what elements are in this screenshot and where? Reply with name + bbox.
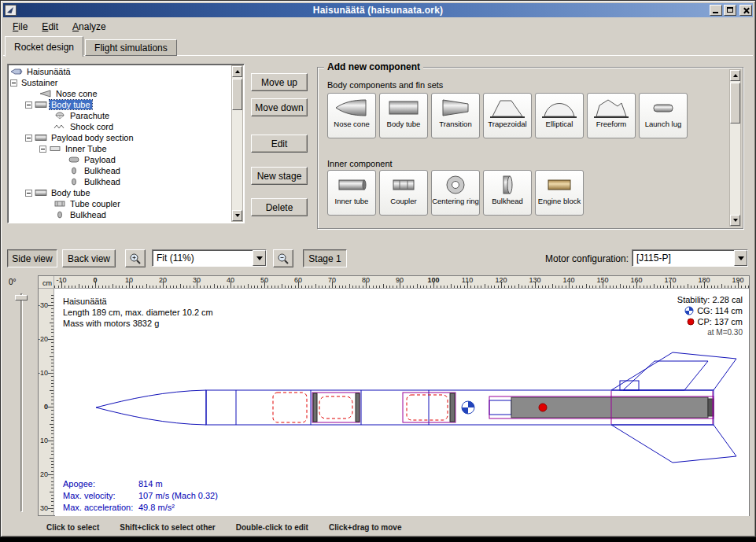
edit-button[interactable]: Edit [251,135,308,153]
tree-item-nose-cone[interactable]: Nose cone [8,88,244,99]
tree-item-bulkhead[interactable]: Bulkhead [8,165,244,176]
ruler-tick [51,319,53,319]
add-transition-button[interactable]: Transition [431,93,480,138]
ruler-tick [149,286,150,288]
ruler-tick [48,508,53,509]
rocket-icon [10,68,23,76]
delete-button[interactable]: Delete [251,198,308,216]
ruler-tick [741,286,742,288]
maximize-button[interactable] [724,5,736,16]
move-up-button[interactable]: Move up [251,73,308,91]
add-inner-tube-button[interactable]: Inner tube [327,170,376,216]
back-view-button[interactable]: Back view [62,249,116,267]
collapse-icon[interactable] [10,79,17,87]
menu-file[interactable]: File [6,20,35,34]
ruler-tick [474,286,475,288]
collapse-icon[interactable] [25,190,32,197]
bulkhead-icon [53,211,66,219]
side-view-button[interactable]: Side view [7,249,57,267]
cg-icon [684,306,694,315]
ruler-tick [234,286,234,288]
add-bulkhead-button[interactable]: Bulkhead [483,170,532,216]
add-freeform-fin-button[interactable]: Freeform [587,93,636,138]
parachute-icon [53,112,66,120]
collapse-icon[interactable] [25,101,32,109]
ruler-tick [454,286,455,288]
scrollbar-thumb[interactable] [730,83,740,124]
collapse-icon[interactable] [39,146,46,153]
add-body-tube-button[interactable]: Body tube [379,93,428,138]
tree-item-sustainer[interactable]: Sustainer [8,77,244,88]
ruler-tick [54,286,55,288]
add-nose-cone-button[interactable]: Nose cone [327,93,376,138]
body-tube-icon [35,189,47,197]
collapse-icon[interactable] [25,135,32,142]
zoom-out-button[interactable] [273,249,293,267]
add-coupler-button[interactable]: Coupler [379,170,428,216]
new-stage-button[interactable]: New stage [251,167,308,185]
add-engine-block-button[interactable]: Engine block [535,170,584,216]
zoom-in-button[interactable] [125,249,146,267]
ruler-tick [254,286,255,288]
hint-double-click: Double-click to edit [236,523,308,532]
ruler-tick [650,286,651,288]
tree-item-payload-body-section[interactable]: Payload body section [8,132,244,143]
tree-item-parachute[interactable]: Parachute [8,110,244,121]
scroll-down-button[interactable] [730,215,740,226]
tree-item-payload[interactable]: Payload [8,154,244,165]
ruler-tick [48,441,53,441]
tree-item-inner-tube[interactable]: Inner Tube [8,143,244,154]
add-centering-ring-button[interactable]: Centering ring [431,170,480,216]
tree-item-tube-coupler[interactable]: Tube coupler [8,198,244,209]
ruler-tick [542,286,543,288]
minimize-button[interactable] [710,5,722,16]
tab-flight-simulations[interactable]: Flight simulations [85,39,177,56]
chevron-down-icon[interactable] [734,250,747,266]
scroll-up-button[interactable] [232,66,242,77]
ruler-tick [251,286,252,288]
zoom-level-select[interactable]: Fit (11%) [152,249,267,267]
title-bar[interactable]: Haisunäätä (haisunaata.ork) [3,3,753,17]
ruler-tick [610,286,610,288]
ruler-tick [51,400,53,400]
motor-configuration-select[interactable]: [J115-P] [632,249,748,267]
close-button[interactable] [739,5,752,16]
move-down-button[interactable]: Move down [251,98,308,116]
rotation-slider-thumb[interactable] [15,295,28,300]
tab-rocket-design[interactable]: Rocket design [5,36,83,57]
component-tree[interactable]: Haisunäätä Sustainer Nose cone Body tube… [7,64,245,223]
ruler-tick [261,286,262,288]
tree-scrollbar[interactable] [231,65,243,222]
scrollbar-thumb[interactable] [232,79,242,110]
ruler-tick [194,286,194,288]
ruler-tick [278,286,278,288]
transition-icon [438,96,473,120]
component-panel-scrollbar[interactable] [729,69,741,227]
tree-item-body-tube[interactable]: Body tube [8,187,244,198]
ruler-label: -20 [39,335,48,343]
ruler-tick [282,284,282,288]
chevron-down-icon[interactable] [253,250,266,266]
scroll-up-button[interactable] [730,70,740,81]
rotation-slider[interactable] [20,293,23,512]
ruler-tick [51,315,53,316]
hint-shift-click: Shift+click to select other [120,523,215,532]
stage-1-toggle[interactable]: Stage 1 [303,249,347,267]
tree-item-root[interactable]: Haisunäätä [8,66,244,77]
add-launch-lug-button[interactable]: Launch lug [639,93,688,138]
scroll-down-button[interactable] [232,210,242,221]
add-trapezoidal-fin-button[interactable]: Trapezoidal [483,93,532,138]
menu-edit[interactable]: Edit [35,20,65,34]
rocket-canvas[interactable]: Haisunäätä Length 189 cm, max. diameter … [55,289,749,516]
ruler-tick [319,286,319,288]
tree-item-bulkhead[interactable]: Bulkhead [8,209,244,220]
menu-analyze[interactable]: Analyze [65,20,113,34]
tree-item-bulkhead[interactable]: Bulkhead [8,176,244,187]
ruler-tick [257,286,258,288]
add-elliptical-fin-button[interactable]: Elliptical [535,93,584,138]
ruler-tick [48,373,53,374]
tree-item-shock-cord[interactable]: Shock cord [8,121,244,132]
tree-item-body-tube-selected[interactable]: Body tube [8,99,244,110]
ruler-tick [640,286,640,288]
ruler-tick [308,286,309,288]
